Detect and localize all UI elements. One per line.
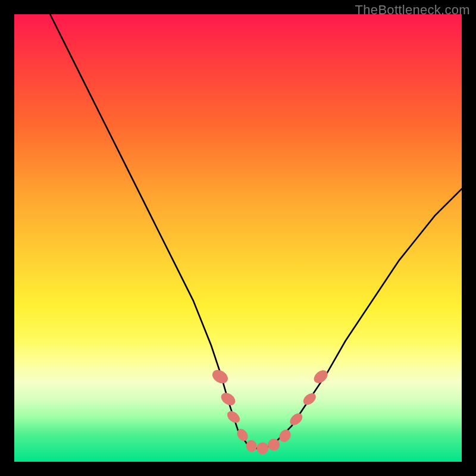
gradient-plot-area <box>14 14 462 462</box>
watermark-text: TheBottleneck.com <box>355 2 470 18</box>
